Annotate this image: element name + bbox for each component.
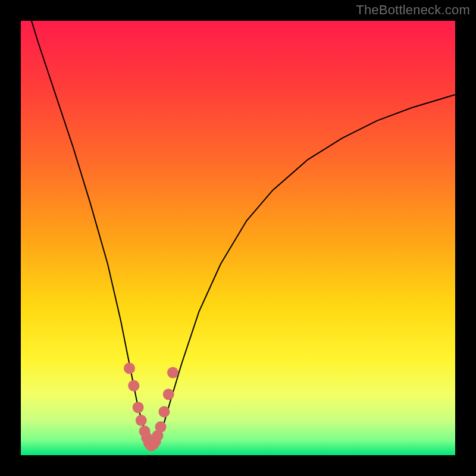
valley-dot [158,406,170,418]
valley-dot [124,363,135,374]
valley-dot [163,389,174,400]
valley-dot [133,402,144,413]
plot-area [21,21,455,455]
chart-frame: TheBottleneck.com [0,0,476,476]
valley-dot [136,415,147,426]
valley-dot [128,380,139,392]
valley-dot [167,367,178,378]
curve-path [21,21,455,446]
bottleneck-curve [21,21,455,455]
valley-dot [155,421,167,433]
watermark-text: TheBottleneck.com [356,2,470,18]
